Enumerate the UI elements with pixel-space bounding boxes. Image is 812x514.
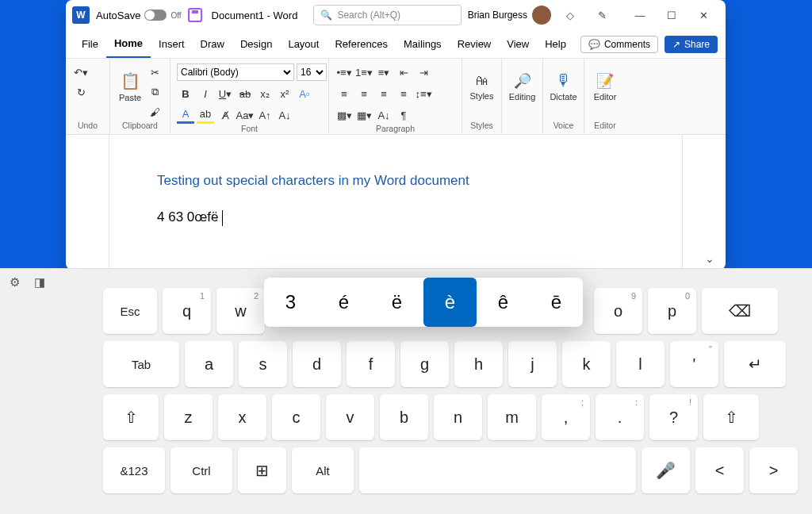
minimize-button[interactable]: — <box>624 2 656 28</box>
font-color-button[interactable]: A <box>177 106 194 124</box>
key-🎤[interactable]: 🎤 <box>642 447 690 493</box>
paste-button[interactable]: 📋Paste <box>117 63 144 109</box>
shading-button[interactable]: ▩▾ <box>335 106 353 124</box>
autosave-toggle[interactable]: AutoSave Off <box>96 10 182 21</box>
editor-button[interactable]: 📝Editor <box>591 63 619 109</box>
accent-key-3[interactable]: 3 <box>264 278 317 327</box>
dictate-button[interactable]: 🎙Dictate <box>550 63 577 109</box>
menu-draw[interactable]: Draw <box>193 30 232 58</box>
user-account[interactable]: Brian Burgess <box>468 6 551 25</box>
borders-button[interactable]: ▦▾ <box>355 106 373 124</box>
key-j[interactable]: j <box>508 341 557 387</box>
menu-home[interactable]: Home <box>106 30 151 58</box>
key-⇧[interactable]: ⇧ <box>703 394 759 440</box>
share-button[interactable]: ↗Share <box>665 36 718 53</box>
key-v[interactable]: v <box>326 394 374 440</box>
menu-design[interactable]: Design <box>232 30 280 58</box>
key-k[interactable]: k <box>562 341 611 387</box>
save-icon[interactable] <box>188 8 202 22</box>
italic-button[interactable]: I <box>197 85 214 102</box>
key-.[interactable]: .: <box>596 394 644 440</box>
text-effects-button[interactable]: A▫ <box>296 85 313 102</box>
key-↵[interactable]: ↵ <box>724 341 786 387</box>
key-⇧[interactable]: ⇧ <box>103 394 159 440</box>
key-n[interactable]: n <box>434 394 482 440</box>
key-a[interactable]: a <box>185 341 233 387</box>
key-d[interactable]: d <box>293 341 341 387</box>
align-right-button[interactable]: ≡ <box>375 85 393 102</box>
strikethrough-button[interactable]: ab <box>236 85 254 102</box>
underline-button[interactable]: U▾ <box>216 85 234 102</box>
clear-formatting-button[interactable]: A̸ <box>216 106 234 124</box>
key->[interactable]: > <box>749 447 798 493</box>
line-spacing-button[interactable]: ↕≡▾ <box>415 85 432 102</box>
key-z[interactable]: z <box>164 394 213 440</box>
redo-icon[interactable]: ↻ <box>72 83 90 101</box>
key-Ctrl[interactable]: Ctrl <box>170 447 232 493</box>
menu-review[interactable]: Review <box>450 30 500 58</box>
pen-icon[interactable]: ✎ <box>589 2 615 28</box>
key-q[interactable]: q1 <box>163 288 211 334</box>
copy-icon[interactable]: ⧉ <box>146 83 163 101</box>
menu-insert[interactable]: Insert <box>151 30 193 58</box>
key-Esc[interactable]: Esc <box>103 288 157 334</box>
menu-layout[interactable]: Layout <box>280 30 327 58</box>
menu-references[interactable]: References <box>327 30 395 58</box>
menu-mailings[interactable]: Mailings <box>396 30 450 58</box>
collapse-ribbon-button[interactable]: ⌄ <box>705 252 714 265</box>
multilevel-button[interactable]: ≡▾ <box>375 63 393 81</box>
highlight-button[interactable]: ab <box>197 106 214 124</box>
align-center-button[interactable]: ≡ <box>355 85 373 102</box>
accent-key-ë[interactable]: ë <box>370 278 423 327</box>
menu-file[interactable]: File <box>74 30 106 58</box>
keyboard-dock-icon[interactable]: ◨ <box>34 275 45 290</box>
align-left-button[interactable]: ≡ <box>335 85 353 102</box>
key-space[interactable] <box>359 447 636 493</box>
key-⌫[interactable]: ⌫ <box>702 288 778 334</box>
key-⊞[interactable]: ⊞ <box>238 447 286 493</box>
grow-font-button[interactable]: A↑ <box>256 106 274 124</box>
key-g[interactable]: g <box>400 341 449 387</box>
accent-key-è[interactable]: è <box>423 278 477 327</box>
key-x[interactable]: x <box>218 394 266 440</box>
key-h[interactable]: h <box>454 341 503 387</box>
decrease-indent-button[interactable]: ⇤ <box>395 63 412 81</box>
format-painter-icon[interactable]: 🖌 <box>146 103 163 121</box>
increase-indent-button[interactable]: ⇥ <box>415 63 432 81</box>
key-s[interactable]: s <box>239 341 287 387</box>
toggle-off-icon[interactable] <box>144 10 167 21</box>
key-b[interactable]: b <box>380 394 428 440</box>
keyboard-settings-icon[interactable]: ⚙ <box>10 275 20 290</box>
superscript-button[interactable]: x² <box>276 85 293 102</box>
change-case-button[interactable]: Aa▾ <box>236 106 254 124</box>
comments-button[interactable]: 💬Comments <box>580 36 658 53</box>
accent-key-ē[interactable]: ē <box>530 278 583 327</box>
key-l[interactable]: l <box>616 341 665 387</box>
font-size-select[interactable]: 16 <box>297 63 327 81</box>
key-w[interactable]: w2 <box>216 288 265 334</box>
key-p[interactable]: p0 <box>648 288 696 334</box>
subscript-button[interactable]: x₂ <box>256 85 274 102</box>
justify-button[interactable]: ≡ <box>395 85 412 102</box>
sort-button[interactable]: A↓ <box>375 106 393 124</box>
key-<[interactable]: < <box>695 447 744 493</box>
maximize-button[interactable]: ☐ <box>656 2 688 28</box>
key-c[interactable]: c <box>272 394 320 440</box>
search-input[interactable]: 🔍 Search (Alt+Q) <box>313 5 461 25</box>
key-m[interactable]: m <box>488 394 536 440</box>
key-,[interactable]: ,; <box>542 394 590 440</box>
key-Tab[interactable]: Tab <box>103 341 179 387</box>
diamond-icon[interactable]: ◇ <box>557 2 583 28</box>
close-button[interactable]: ✕ <box>688 2 719 28</box>
undo-icon[interactable]: ↶▾ <box>72 63 90 81</box>
document-page[interactable]: Testing out special characters in my Wor… <box>109 135 682 270</box>
menu-view[interactable]: View <box>499 30 537 58</box>
key-?[interactable]: ?! <box>649 394 698 440</box>
numbering-button[interactable]: 1≡▾ <box>355 63 373 81</box>
key-o[interactable]: o9 <box>594 288 642 334</box>
editing-button[interactable]: 🔎Editing <box>508 63 536 109</box>
show-marks-button[interactable]: ¶ <box>395 106 412 124</box>
font-name-select[interactable]: Calibri (Body) <box>177 63 294 81</box>
accent-key-ê[interactable]: ê <box>477 278 530 327</box>
cut-icon[interactable]: ✂ <box>146 63 163 81</box>
